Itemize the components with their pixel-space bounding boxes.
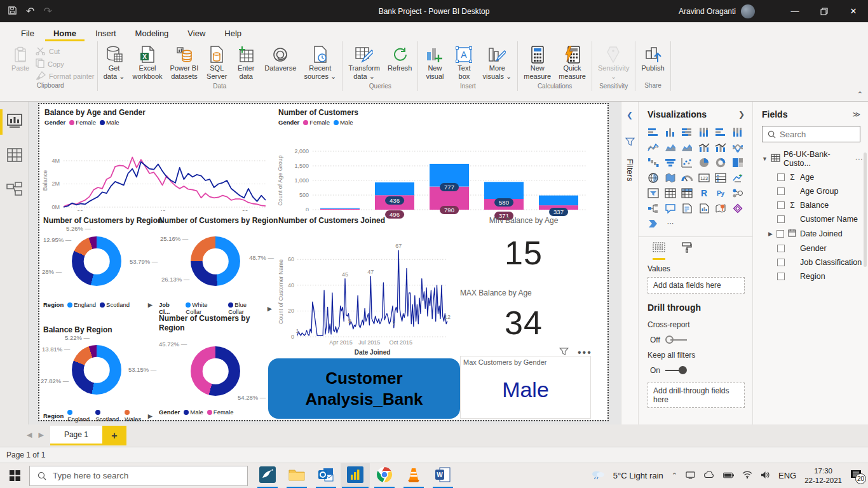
- field-checkbox-age[interactable]: [777, 173, 785, 181]
- min-balance-card[interactable]: MIN Balance by Age 15: [456, 215, 591, 286]
- restore-button[interactable]: [810, 0, 839, 22]
- line-and-stacked-column-chart-icon[interactable]: [697, 141, 711, 154]
- field-checkbox-customer-name[interactable]: [777, 215, 785, 223]
- stacked-area-chart-icon[interactable]: [680, 141, 694, 154]
- field-checkbox-job-classification[interactable]: [777, 259, 785, 266]
- number-of-customers-chart[interactable]: Number of Customers Gender FemaleMale 05…: [276, 105, 606, 210]
- taskbar-app-chrome[interactable]: [370, 463, 399, 488]
- multi-row-card-icon[interactable]: [714, 172, 728, 184]
- area-chart-icon[interactable]: [663, 141, 677, 154]
- python-visual-icon[interactable]: Py: [714, 187, 728, 200]
- clock[interactable]: 17:30 22-12-2021: [804, 466, 842, 485]
- power-apps-icon[interactable]: [731, 202, 745, 215]
- fields-search-input[interactable]: Search: [762, 126, 860, 142]
- slicer-icon[interactable]: [646, 187, 660, 200]
- expand-filters-icon[interactable]: ❮: [627, 111, 633, 119]
- previous-page-icon[interactable]: ◀: [27, 431, 32, 439]
- treemap-icon[interactable]: [731, 156, 745, 169]
- get-data-button[interactable]: Getdata ⌄: [100, 44, 128, 82]
- customers-by-gender-donut[interactable]: Number of Customers byRegion54.28% —45.7…: [156, 313, 275, 419]
- decomposition-tree-icon[interactable]: [646, 202, 660, 215]
- customers-by-region-donut[interactable]: Number of Customers by Region53.79% —28%…: [41, 215, 155, 311]
- table-more-options-icon[interactable]: ···: [855, 154, 864, 163]
- gauge-icon[interactable]: [680, 172, 694, 184]
- field-checkbox-date-joined[interactable]: [776, 230, 784, 238]
- dataverse-button[interactable]: Dataverse: [261, 44, 299, 74]
- notification-center-icon[interactable]: 20: [850, 470, 862, 482]
- donut-ring[interactable]: [191, 346, 240, 396]
- pie-chart-icon[interactable]: [697, 156, 711, 169]
- taskbar-app-outlook[interactable]: [311, 463, 341, 488]
- smart-narrative-icon[interactable]: [680, 202, 694, 215]
- weather-icon[interactable]: [591, 470, 605, 482]
- sql-server-button[interactable]: SQLServer: [203, 44, 231, 82]
- field-checkbox-gender[interactable]: [777, 245, 785, 252]
- language-indicator[interactable]: ENG: [778, 471, 796, 480]
- field-row-balance[interactable]: ΣBalance: [753, 198, 868, 212]
- model-view-button[interactable]: [0, 177, 29, 205]
- battery-icon[interactable]: [723, 471, 734, 480]
- card-icon[interactable]: 123: [697, 172, 711, 184]
- user-name[interactable]: Aravind Oraganti: [679, 7, 736, 16]
- cut-button[interactable]: Cut: [36, 46, 95, 57]
- donut-ring[interactable]: [191, 236, 240, 286]
- refresh-button[interactable]: Refresh: [384, 44, 416, 74]
- close-button[interactable]: ✕: [839, 0, 868, 22]
- copy-button[interactable]: Copy: [36, 58, 95, 69]
- filled-map-icon[interactable]: [663, 172, 677, 184]
- taskbar-app-vlc[interactable]: [399, 463, 428, 488]
- q-and-a-icon[interactable]: [663, 202, 677, 215]
- quick-measure-button[interactable]: Quickmeasure: [555, 44, 589, 82]
- enter-data-button[interactable]: Enterdata: [232, 44, 260, 82]
- new-measure-button[interactable]: Newmeasure: [520, 44, 554, 82]
- collapse-ribbon-icon[interactable]: ⌃: [857, 90, 863, 98]
- taskbar-app-word[interactable]: W: [428, 463, 458, 488]
- start-button[interactable]: [0, 463, 29, 488]
- format-tab[interactable]: [682, 242, 692, 260]
- 100-stacked-column-chart-icon[interactable]: [731, 126, 745, 139]
- onedrive-icon[interactable]: [703, 471, 715, 480]
- customers-by-job-donut[interactable]: Number of Customers by Region48.7% —26.1…: [156, 215, 275, 311]
- volume-icon[interactable]: [761, 471, 770, 481]
- power-bi-datasets-button[interactable]: Power BIdatasets: [167, 44, 202, 82]
- data-view-button[interactable]: [0, 142, 29, 170]
- fields-scrollbar[interactable]: [864, 152, 867, 267]
- cast-icon[interactable]: [686, 471, 695, 481]
- transform-data-button[interactable]: Transformdata ⌄: [345, 44, 383, 82]
- max-customers-by-gender-card[interactable]: Max Customers by Gender Male: [460, 356, 591, 419]
- menu-tab-file[interactable]: File: [13, 26, 43, 41]
- field-checkbox-region[interactable]: [777, 273, 785, 280]
- recent-sources-button[interactable]: Recentsources ⌄: [301, 44, 339, 82]
- taskbar-search-input[interactable]: Type here to search: [29, 466, 248, 486]
- balance-by-region-donut[interactable]: Balance By Region53.15% —27.82% —13.81% …: [41, 315, 155, 419]
- sensitivity-button[interactable]: Sensitivity⌄: [595, 44, 633, 82]
- field-row-customer-name[interactable]: Customer Name: [753, 212, 868, 226]
- format-painter-button[interactable]: Format painter: [36, 71, 95, 81]
- new-page-button[interactable]: +: [102, 426, 126, 445]
- more-visuals-button[interactable]: Morevisuals ⌄: [479, 44, 515, 82]
- taskbar-app-mysql-workbench[interactable]: [253, 463, 282, 488]
- expand-icon[interactable]: ▶: [768, 231, 773, 237]
- redo-icon[interactable]: ↷: [43, 5, 51, 17]
- field-row-job-classification[interactable]: Job Classification: [753, 255, 868, 269]
- arcgis-map-icon[interactable]: [714, 202, 728, 215]
- customers-joined-chart[interactable]: Number of Customers Joined 0204060Apr 20…: [277, 215, 454, 356]
- field-row-date-joined[interactable]: ▶Date Joined: [753, 226, 868, 241]
- field-row-age-group[interactable]: Age Group: [753, 184, 868, 198]
- chevron-down-icon[interactable]: ▼: [762, 156, 768, 162]
- page-tab[interactable]: Page 1: [50, 426, 102, 445]
- publish-button[interactable]: Publish: [638, 44, 667, 74]
- key-influencers-icon[interactable]: [731, 187, 745, 200]
- filters-pane-label[interactable]: Filters: [625, 159, 635, 181]
- menu-tab-modeling[interactable]: Modeling: [127, 26, 177, 41]
- donut-chart-icon[interactable]: [714, 156, 728, 169]
- next-page-icon[interactable]: ▶: [38, 431, 43, 439]
- add-data-fields-dropzone[interactable]: Add data fields here: [648, 277, 745, 294]
- field-row-age[interactable]: ΣAge: [753, 170, 868, 184]
- funnel-chart-icon[interactable]: [663, 156, 677, 169]
- 100-stacked-bar-chart-icon[interactable]: [714, 126, 728, 139]
- undo-icon[interactable]: ↶: [26, 5, 34, 17]
- cross-report-toggle[interactable]: [665, 336, 687, 344]
- r-script-visual-icon[interactable]: R: [697, 187, 711, 200]
- field-row-region[interactable]: Region: [753, 269, 868, 283]
